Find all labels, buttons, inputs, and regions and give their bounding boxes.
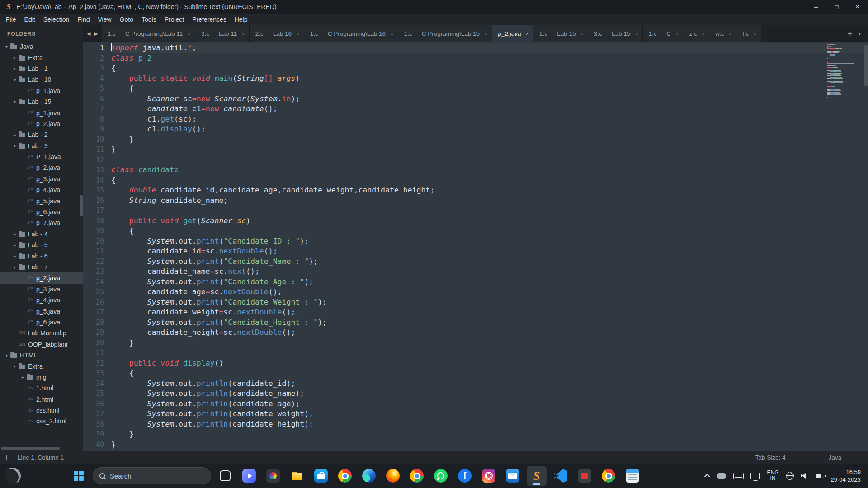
tree-folder-img[interactable]: ▸img (0, 372, 83, 383)
whatsapp-button[interactable] (431, 466, 451, 486)
edge-button[interactable] (359, 466, 379, 486)
chrome-profile-2-button[interactable] (407, 466, 427, 486)
tree-file-css-html[interactable]: <>css.html (0, 405, 83, 416)
code-line-6[interactable]: Scanner sc=new Scanner(System.in); (111, 94, 868, 104)
code-line-34[interactable]: System.out.println(candidate_id); (111, 379, 868, 389)
code-line-19[interactable]: { (111, 226, 868, 236)
microsoft-store-button[interactable] (311, 466, 331, 486)
maximize-button[interactable]: □ (826, 0, 847, 14)
code-line-15[interactable]: double candidate_id,candidate_age,candid… (111, 185, 868, 196)
code-line-9[interactable]: c1.display(); (111, 124, 868, 135)
code-line-23[interactable]: candidate_name=sc.next(); (111, 267, 868, 277)
minimize-button[interactable]: ─ (806, 0, 826, 14)
code-line-5[interactable]: { (111, 84, 868, 94)
collapse-icon[interactable]: ▾ (12, 265, 18, 270)
tab-close-icon[interactable]: × (241, 30, 245, 37)
tree-folder-lab-7[interactable]: ▾Lab - 7 (0, 262, 83, 272)
tab-close-icon[interactable]: × (675, 30, 679, 37)
code-line-8[interactable]: c1.get(sc); (111, 114, 868, 125)
new-tab-icon[interactable]: + (848, 29, 852, 38)
code-line-10[interactable]: } (111, 135, 868, 145)
tree-file-p-7-java[interactable]: /*p_7.java (0, 217, 83, 228)
sidebar-vertical-scrollbar[interactable] (80, 195, 83, 216)
tab-close-icon[interactable]: × (390, 30, 394, 37)
menu-view[interactable]: View (94, 14, 116, 25)
code-line-38[interactable]: System.out.println(candidate_height); (111, 419, 868, 430)
menu-preferences[interactable]: Preferences (188, 14, 230, 25)
collapse-icon[interactable]: ▾ (12, 364, 18, 369)
tab-close-icon[interactable]: × (702, 30, 705, 37)
code-line-20[interactable]: System.out.print("Candidate_ID : "); (111, 236, 868, 247)
status-icon[interactable] (6, 455, 12, 460)
code-line-31[interactable] (111, 348, 868, 358)
monitor-icon[interactable] (750, 473, 760, 479)
tab-close-icon[interactable]: × (635, 30, 638, 37)
code-line-13[interactable]: class candidate (111, 165, 868, 175)
tree-file-css-2-html[interactable]: <>css_2.html (0, 416, 83, 427)
adobe-button[interactable] (575, 466, 594, 486)
code-line-25[interactable]: candidate_age=sc.nextDouble(); (111, 287, 868, 297)
tab-7[interactable]: 3.c — Lab 15× (588, 25, 643, 42)
code-line-18[interactable]: public void get(Scanner sc) (111, 216, 868, 226)
tree-folder-lab-2[interactable]: ▸Lab - 2 (0, 129, 83, 140)
code-line-4[interactable]: public static void main(String[] args) (111, 74, 868, 84)
tree-file-p-2-java[interactable]: /*p_2.java (0, 162, 83, 173)
sidebar-horizontal-scrollbar[interactable] (1, 447, 60, 450)
code-line-29[interactable]: candidate_height=sc.nextDouble(); (111, 328, 868, 338)
search-box[interactable]: Search (93, 467, 211, 484)
code-line-32[interactable]: public void display() (111, 358, 868, 369)
menu-edit[interactable]: Edit (20, 14, 39, 25)
media-player-button[interactable] (239, 466, 259, 486)
tree-file-p-1-java[interactable]: /*p_1.java (0, 85, 83, 96)
code-editor[interactable]: 1234567891011121314151617181920212223242… (83, 42, 868, 451)
code-line-14[interactable]: { (111, 175, 868, 186)
tab-3[interactable]: 1.c — C Programing\Lab 16× (304, 25, 398, 42)
tree-folder-extra[interactable]: ▸Extra (0, 52, 83, 63)
tree-file-oop-labplanr[interactable]: 101OOP_labplanr (0, 339, 83, 350)
notepad-button[interactable] (623, 466, 642, 486)
chevron-up-icon[interactable] (704, 474, 710, 479)
start-button[interactable] (69, 466, 89, 486)
mail-button[interactable] (503, 466, 523, 486)
tab-close-icon[interactable]: × (484, 30, 488, 37)
tab-close-icon[interactable]: × (580, 30, 584, 37)
tab-close-icon[interactable]: × (754, 30, 757, 37)
photos-button[interactable] (263, 466, 283, 486)
menu-tools[interactable]: Tools (137, 14, 160, 25)
menu-selection[interactable]: Selection (39, 14, 74, 25)
tab-close-icon[interactable]: × (296, 30, 300, 37)
tab-4[interactable]: 1.c — C Programing\Lab 15× (398, 25, 492, 42)
close-button[interactable]: × (847, 0, 868, 14)
tree-file-p-6-java[interactable]: /*p_6.java (0, 317, 83, 328)
tree-file-p-1-java[interactable]: /*P_1.java (0, 151, 83, 162)
tab-10[interactable]: w.c× (709, 25, 736, 42)
firefox-button[interactable] (383, 466, 403, 486)
tree-folder-lab-3[interactable]: ▾Lab - 3 (0, 141, 83, 151)
tab-active-5[interactable]: p_2.java× (492, 25, 534, 42)
expand-icon[interactable]: ▸ (12, 253, 18, 258)
collapse-icon[interactable]: ▾ (4, 353, 9, 358)
tree-file-p-5-java[interactable]: /*p_5.java (0, 195, 83, 206)
expand-icon[interactable]: ▸ (12, 132, 18, 137)
code-line-36[interactable]: System.out.println(candidate_age); (111, 399, 868, 409)
tree-file-p-4-java[interactable]: /*p_4.java (0, 184, 83, 195)
code-line-12[interactable] (111, 155, 868, 165)
expand-icon[interactable]: ▸ (12, 66, 18, 71)
tab-1[interactable]: 3.c — Lab 11× (195, 25, 250, 42)
tab-history-back-icon[interactable]: ◀ (87, 31, 90, 37)
code-line-22[interactable]: System.out.print("Candidate_Name : "); (111, 257, 868, 267)
menu-goto[interactable]: Goto (116, 14, 137, 25)
expand-icon[interactable]: ▸ (20, 375, 26, 380)
tree-folder-html[interactable]: ▾HTML (0, 350, 83, 361)
tree-folder-lab-4[interactable]: ▸Lab - 4 (0, 229, 83, 239)
weather-widget-icon[interactable] (5, 468, 21, 484)
tree-file-p-2-java[interactable]: /*p_2.java (0, 118, 83, 129)
sublime-text-button[interactable]: S (527, 466, 547, 486)
tab-2[interactable]: 2.c — Lab 16× (250, 25, 304, 42)
code-line-33[interactable]: { (111, 368, 868, 379)
menu-help[interactable]: Help (231, 14, 252, 25)
menu-project[interactable]: Project (160, 14, 189, 25)
tree-file-p-4-java[interactable]: /*p_4.java (0, 295, 83, 305)
menu-find[interactable]: Find (73, 14, 94, 25)
code-line-2[interactable]: class p_2 (111, 53, 868, 64)
